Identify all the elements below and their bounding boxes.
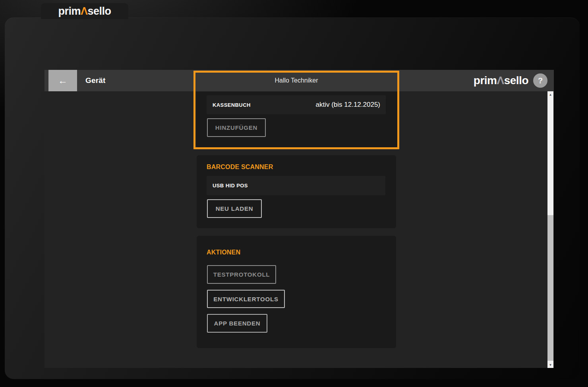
logo-text-right: sello	[504, 74, 528, 87]
logo-text-right: sello	[88, 5, 111, 17]
barcode-device-label: USB HID POS	[213, 183, 248, 189]
triangle-up-icon: ▲	[549, 93, 552, 96]
screen: primΛsello ← Gerät Hallo Techniker primΛ…	[0, 0, 588, 387]
vertical-scrollbar[interactable]: ▲ ▼	[547, 91, 553, 368]
primasello-logo: primΛsello	[58, 5, 111, 17]
app-header: ← Gerät Hallo Techniker primΛsello ?	[44, 70, 554, 91]
kassenbuch-status: aktiv (bis 12.12.2025)	[315, 101, 380, 109]
hinzufuegen-button[interactable]: HINZUFÜGEN	[207, 118, 266, 137]
actions-card: AKTIONEN TESTPROTOKOLL ENTWICKLERTOOLS A…	[197, 236, 396, 348]
greeting-text: Hallo Techniker	[193, 70, 399, 91]
actions-title: AKTIONEN	[207, 249, 240, 256]
logo-lambda-icon: Λ	[497, 74, 504, 87]
scroll-down-button[interactable]: ▼	[547, 362, 553, 368]
question-mark-icon: ?	[538, 76, 543, 85]
kassenbuch-label: KASSENBUCH	[213, 102, 251, 108]
logo-text-left: prim	[474, 74, 497, 87]
device-settings-view: ← Gerät Hallo Techniker primΛsello ? KAS…	[44, 70, 554, 368]
back-button[interactable]: ←	[48, 70, 77, 91]
entwicklertools-button[interactable]: ENTWICKLERTOOLS	[207, 290, 285, 308]
primasello-logo-header: primΛsello	[474, 74, 528, 87]
app-tab[interactable]: primΛsello	[41, 3, 128, 19]
logo-lambda-icon: Λ	[81, 5, 88, 17]
scroll-up-button[interactable]: ▲	[547, 91, 553, 98]
kassenbuch-card: KASSENBUCH aktiv (bis 12.12.2025) HINZUF…	[196, 92, 397, 147]
logo-text-left: prim	[58, 5, 81, 17]
barcode-scanner-card: BARCODE SCANNER USB HID POS NEU LADEN	[197, 155, 396, 228]
back-arrow-icon: ←	[58, 75, 68, 86]
header-right: primΛsello ?	[474, 70, 547, 91]
kassenbuch-row: KASSENBUCH aktiv (bis 12.12.2025)	[207, 95, 386, 114]
app-beenden-button[interactable]: APP BEENDEN	[207, 314, 267, 333]
page-title: Gerät	[85, 70, 106, 91]
help-button[interactable]: ?	[533, 73, 547, 88]
testprotokoll-button[interactable]: TESTPROTOKOLL	[207, 265, 276, 284]
scrollbar-thumb[interactable]	[547, 215, 553, 361]
barcode-scanner-title: BARCODE SCANNER	[207, 164, 273, 171]
triangle-down-icon: ▼	[549, 363, 552, 367]
barcode-scanner-row: USB HID POS	[207, 176, 385, 195]
app-window: ← Gerät Hallo Techniker primΛsello ? KAS…	[5, 17, 580, 379]
neu-laden-button[interactable]: NEU LADEN	[207, 199, 262, 218]
